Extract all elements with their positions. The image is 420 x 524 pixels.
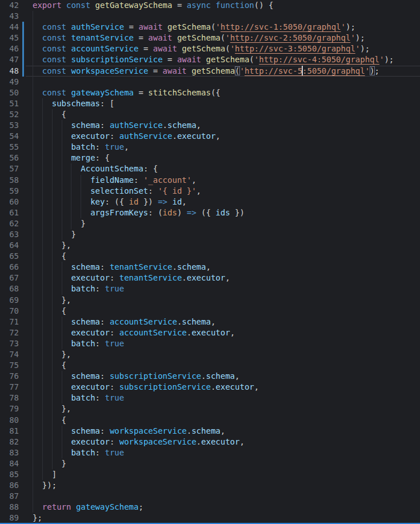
code-line[interactable]: 59 selectionSet: '{ id }', [0,186,420,197]
code-line[interactable]: 53 schema: authService.schema, [0,120,420,131]
code-line[interactable]: 82 executor: workspaceService.executor, [0,437,420,447]
line-number[interactable]: 79 [0,403,19,414]
line-number[interactable]: 63 [0,229,19,240]
code-line[interactable]: 75 { [0,360,420,371]
line-number[interactable]: 58 [0,175,19,186]
line-number[interactable]: 50 [0,87,19,98]
line-number[interactable]: 61 [0,207,19,218]
line-number[interactable]: 47 [0,54,19,65]
code-line[interactable]: 61 argsFromKeys: (ids) => ({ ids }) [0,207,420,218]
line-number[interactable]: 82 [0,437,19,447]
code-line[interactable]: 78 batch: true [0,393,420,403]
code-text: const tenantService = await getSchema('h… [33,33,365,43]
code-line[interactable]: 51 subschemas: [ [0,98,420,109]
line-number[interactable]: 57 [0,163,19,174]
code-line[interactable]: 52 { [0,109,420,120]
code-line[interactable]: 74 }, [0,349,420,360]
code-line[interactable]: 86 }); [0,480,420,491]
code-line[interactable]: 46 const accountService = await getSchem… [0,43,420,54]
code-line[interactable]: 66 schema: tenantService.schema, [0,262,420,273]
code-line[interactable]: 81 schema: workspaceService.schema, [0,426,420,437]
code-line[interactable]: 77 executor: subscriptionService.executo… [0,382,420,393]
code-line[interactable]: 42export const getGatewaySchema = async … [0,0,420,11]
line-number[interactable]: 74 [0,349,19,360]
code-line[interactable]: 71 schema: accountService.schema, [0,317,420,327]
code-line[interactable]: 85 ] [0,469,420,480]
line-number[interactable]: 53 [0,120,19,131]
code-line[interactable]: 62 } [0,218,420,229]
code-line[interactable]: 79 }, [0,403,420,414]
code-text: ] [33,469,57,480]
code-line[interactable]: 68 batch: true [0,283,420,294]
code-line[interactable]: 65 { [0,251,420,262]
code-line[interactable]: 56 merge: { [0,153,420,163]
line-number[interactable]: 45 [0,33,19,43]
line-number[interactable]: 69 [0,295,19,306]
line-number[interactable]: 70 [0,306,19,317]
line-number[interactable]: 66 [0,262,19,273]
code-line[interactable]: 63 } [0,229,420,240]
line-number[interactable]: 89 [0,513,19,523]
code-line[interactable]: 48 const workspaceService = await getSch… [0,66,420,77]
line-number[interactable]: 71 [0,317,19,327]
line-number[interactable]: 48 [0,66,19,77]
line-number[interactable]: 87 [0,491,19,502]
line-number[interactable]: 83 [0,447,19,458]
line-number[interactable]: 78 [0,393,19,403]
code-line[interactable]: 55 batch: true, [0,142,420,153]
line-number[interactable]: 68 [0,283,19,294]
code-line[interactable]: 80 { [0,415,420,426]
code-line[interactable]: 84 } [0,458,420,469]
code-line[interactable]: 57 AccountSchema: { [0,163,420,174]
code-line[interactable]: 67 executor: tenantService.executor, [0,273,420,283]
line-number[interactable]: 73 [0,338,19,349]
code-line[interactable]: 87 [0,491,420,502]
line-number[interactable]: 72 [0,327,19,338]
line-number[interactable]: 64 [0,240,19,251]
line-number[interactable]: 56 [0,153,19,163]
line-number[interactable]: 51 [0,98,19,109]
code-line[interactable]: 69 }, [0,295,420,306]
line-number[interactable]: 43 [0,11,19,22]
code-line[interactable]: 73 batch: true [0,338,420,349]
code-line[interactable]: 49 [0,77,420,87]
line-number[interactable]: 67 [0,273,19,283]
code-line[interactable]: 76 schema: subscriptionService.schema, [0,371,420,382]
code-line[interactable]: 50 const gatewaySchema = stitchSchemas({ [0,87,420,98]
code-line[interactable]: 70 { [0,306,420,317]
line-number[interactable]: 55 [0,142,19,153]
line-number[interactable]: 75 [0,360,19,371]
line-number[interactable]: 60 [0,197,19,207]
line-number[interactable]: 42 [0,0,19,11]
line-number[interactable]: 52 [0,109,19,120]
line-number[interactable]: 88 [0,502,19,513]
line-number[interactable]: 62 [0,218,19,229]
code-line[interactable]: 44 const authService = await getSchema('… [0,22,420,33]
code-line[interactable]: 72 executor: accountService.executor, [0,327,420,338]
code-line[interactable]: 43 [0,11,420,22]
code-line[interactable]: 89}; [0,513,420,523]
line-number[interactable]: 84 [0,458,19,469]
line-number[interactable]: 44 [0,22,19,33]
code-line[interactable]: 88 return gatewaySchema; [0,502,420,513]
line-number[interactable]: 80 [0,415,19,426]
line-number[interactable]: 46 [0,43,19,54]
code-line[interactable]: 60 key: ({ id }) => id, [0,197,420,207]
line-number[interactable]: 54 [0,131,19,142]
line-number[interactable]: 59 [0,186,19,197]
line-number[interactable]: 49 [0,77,19,87]
code-line[interactable]: 45 const tenantService = await getSchema… [0,33,420,43]
line-number[interactable]: 86 [0,480,19,491]
code-line[interactable]: 54 executor: authService.executor, [0,131,420,142]
code-line[interactable]: 83 batch: true [0,447,420,458]
code-line[interactable]: 58 fieldName: '_account', [0,175,420,186]
line-number[interactable]: 65 [0,251,19,262]
code-line[interactable]: 47 const subscriptionService = await get… [0,54,420,65]
code-editor[interactable]: 42export const getGatewaySchema = async … [0,0,420,524]
code-text: schema: subscriptionService.schema, [33,371,239,382]
code-line[interactable]: 64 }, [0,240,420,251]
line-number[interactable]: 85 [0,469,19,480]
line-number[interactable]: 76 [0,371,19,382]
line-number[interactable]: 77 [0,382,19,393]
line-number[interactable]: 81 [0,426,19,437]
